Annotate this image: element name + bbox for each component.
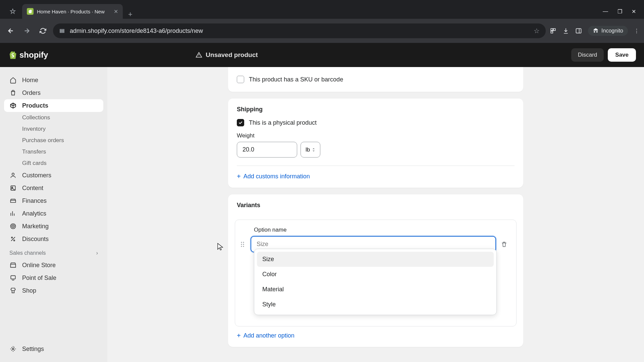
analytics-icon	[9, 210, 17, 217]
add-another-option-link[interactable]: + Add another option	[228, 326, 523, 347]
add-another-label: Add another option	[244, 332, 294, 339]
content-area[interactable]: This product has a SKU or barcode Shippi…	[107, 67, 644, 362]
browser-toolbar-icons: Incognito ⋮	[550, 26, 639, 36]
reload-button[interactable]	[37, 25, 49, 37]
sidebar-item-products[interactable]: Products	[4, 99, 103, 112]
new-tab-button[interactable]: +	[123, 10, 138, 19]
svg-point-15	[12, 348, 14, 350]
dropdown-item-material[interactable]: Material	[257, 282, 494, 297]
shopify-favicon	[27, 8, 34, 15]
dropdown-item-size[interactable]: Size	[257, 252, 494, 267]
svg-point-13	[13, 226, 13, 227]
downloads-icon[interactable]	[562, 27, 569, 34]
unsaved-banner: Unsaved product	[196, 51, 258, 59]
save-button[interactable]: Save	[608, 48, 636, 62]
sidebar-item-discounts[interactable]: Discounts	[4, 233, 103, 245]
inventory-card: This product has a SKU or barcode	[228, 67, 523, 92]
physical-label: This is a physical product	[249, 119, 317, 126]
finances-icon	[9, 197, 17, 204]
dropdown-item-color[interactable]: Color	[257, 267, 494, 282]
incognito-label: Incognito	[601, 28, 623, 34]
extensions-icon[interactable]	[550, 27, 556, 34]
sidebar-item-customers[interactable]: Customers	[4, 169, 103, 182]
sidebar-sub-inventory[interactable]: Inventory	[4, 123, 103, 135]
sidebar-item-shop[interactable]: Shop	[4, 284, 103, 297]
svg-rect-4	[553, 28, 555, 31]
weight-label: Weight	[237, 132, 515, 139]
incognito-icon	[593, 28, 599, 34]
forward-button[interactable]	[21, 25, 33, 37]
discard-button[interactable]: Discard	[571, 48, 604, 62]
sidebar-item-pos[interactable]: Point of Sale	[4, 272, 103, 284]
shipping-card: Shipping This is a physical product Weig…	[228, 99, 523, 188]
shipping-title: Shipping	[237, 106, 515, 113]
drag-handle-icon[interactable]	[239, 241, 246, 247]
delete-option-icon[interactable]	[501, 241, 508, 248]
customs-label: Add customs information	[244, 173, 310, 180]
site-settings-icon[interactable]	[59, 28, 65, 34]
tab-search-icon[interactable]	[3, 4, 22, 19]
unit-label: lb	[306, 146, 310, 153]
sidebar-label: Finances	[22, 197, 47, 204]
shopify-logo[interactable]: shopify	[8, 50, 48, 60]
bookmark-icon[interactable]: ☆	[534, 27, 540, 35]
section-label: Sales channels	[9, 250, 46, 256]
tab-close-icon[interactable]: ✕	[114, 8, 118, 15]
sku-checkbox[interactable]	[237, 76, 244, 83]
sidebar-sub-gift-cards[interactable]: Gift cards	[4, 158, 103, 169]
back-button[interactable]	[5, 25, 17, 37]
sidebar-item-marketing[interactable]: Marketing	[4, 220, 103, 233]
sidebar-item-content[interactable]: Content	[4, 182, 103, 194]
store-icon	[9, 261, 17, 269]
shopify-logo-icon	[8, 50, 17, 60]
maximize-icon[interactable]: ❐	[618, 8, 622, 15]
weight-input[interactable]	[237, 142, 297, 158]
minimize-icon[interactable]: —	[603, 8, 608, 14]
sku-label: This product has a SKU or barcode	[249, 76, 343, 83]
sidebar-label: Analytics	[22, 210, 46, 217]
sidebar-item-finances[interactable]: Finances	[4, 194, 103, 207]
sidebar-sub-collections[interactable]: Collections	[4, 112, 103, 123]
add-customs-link[interactable]: + Add customs information	[237, 166, 515, 180]
marketing-icon	[9, 223, 17, 230]
sidebar-item-orders[interactable]: Orders	[4, 86, 103, 99]
sidebar-label: Discounts	[22, 236, 49, 243]
variants-card: Variants Option name Size Color Material	[228, 194, 523, 347]
sidebar-label: Online Store	[22, 262, 56, 269]
svg-point-16	[241, 242, 242, 243]
settings-icon	[9, 345, 17, 353]
svg-point-18	[241, 244, 242, 245]
sidebar-item-home[interactable]: Home	[4, 74, 103, 86]
option-name-dropdown: Size Color Material Style	[254, 249, 497, 315]
discounts-icon	[9, 235, 17, 243]
orders-icon	[9, 89, 17, 97]
dropdown-item-style[interactable]: Style	[257, 297, 494, 312]
menu-icon[interactable]: ⋮	[634, 28, 639, 34]
weight-unit-select[interactable]: lb	[301, 142, 320, 158]
url-field[interactable]: admin.shopify.com/store/de8143-a6/produc…	[53, 23, 546, 38]
sidepanel-icon[interactable]	[575, 27, 582, 34]
sidebar-label: Settings	[22, 346, 44, 353]
option-name-label: Option name	[254, 227, 508, 233]
sidebar-label: Customers	[22, 172, 51, 179]
close-window-icon[interactable]: ✕	[632, 8, 636, 15]
select-arrows-icon	[312, 147, 315, 152]
sidebar-sub-transfers[interactable]: Transfers	[4, 146, 103, 158]
variant-option-box: Option name Size Color Material Style	[235, 220, 517, 326]
sidebar-label: Home	[22, 77, 38, 84]
browser-tab[interactable]: Home Haven · Products · New ✕	[22, 4, 123, 19]
window-controls: — ❐ ✕	[603, 4, 644, 19]
sidebar-label: Shop	[22, 287, 36, 294]
sidebar-sub-purchase-orders[interactable]: Purchase orders	[4, 135, 103, 146]
chevron-right-icon[interactable]: ›	[96, 250, 98, 256]
plus-icon: +	[237, 173, 241, 180]
svg-rect-6	[576, 28, 581, 33]
pos-icon	[9, 274, 17, 282]
sidebar-item-analytics[interactable]: Analytics	[4, 207, 103, 220]
incognito-badge[interactable]: Incognito	[588, 26, 628, 36]
physical-product-checkbox[interactable]	[237, 119, 244, 126]
sidebar-item-online-store[interactable]: Online Store	[4, 259, 103, 272]
sidebar-label: Point of Sale	[22, 275, 56, 282]
sidebar-item-settings[interactable]: Settings	[4, 343, 103, 355]
main-layout: Home Orders Products Collections Invento…	[0, 67, 644, 362]
